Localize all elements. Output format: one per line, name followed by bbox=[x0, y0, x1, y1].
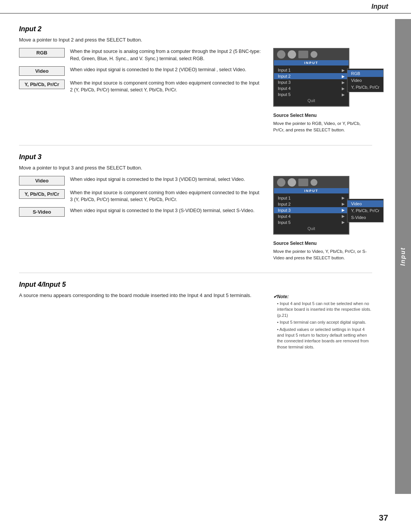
section-input45: Input 4/Input 5 A source menu appears co… bbox=[19, 281, 372, 351]
menu-image-input3: INPUT Input 1▶ Input 2▶ Input 3▶ bbox=[273, 176, 349, 235]
page-number: 37 bbox=[379, 513, 388, 523]
menu-item-3-input1: Input 1▶ bbox=[274, 195, 349, 201]
menu-icon-3c bbox=[311, 179, 317, 186]
menu-item-3-input3: Input 3▶ bbox=[274, 207, 349, 213]
menu-item-input5-2: Input 5▶ bbox=[274, 91, 349, 97]
section-input45-title: Input 4/Input 5 bbox=[19, 281, 372, 289]
menu-item-input4: Input 4▶ bbox=[274, 85, 349, 91]
menu-quit-input3: Quit bbox=[274, 225, 349, 232]
source-select-desc-2: Move the pointer to RGB, Video, or Y, Pb… bbox=[273, 120, 372, 134]
divider-2 bbox=[19, 273, 372, 273]
section-input2-options: RGB When the input source is analog comi… bbox=[19, 48, 262, 134]
menu-icon-3a bbox=[277, 178, 285, 187]
sidebar-label: Input bbox=[400, 247, 406, 266]
menu-icon-tv3 bbox=[298, 179, 308, 186]
menu-item-3-input5: Input 5▶ bbox=[274, 219, 349, 225]
section-input45-left: A source menu appears corresponding to t… bbox=[19, 292, 262, 351]
menu-item-input2: Input 2▶ bbox=[274, 73, 349, 79]
source-select-label-3: Source Select Menu bbox=[273, 241, 372, 246]
menu-quit-input2: Quit bbox=[274, 97, 349, 104]
menu-icon-3 bbox=[311, 51, 317, 58]
section-input45-right: ✔Note: Input 4 and Input 5 can not be se… bbox=[273, 292, 372, 351]
option-desc-ypbcr2: When the input source is component comin… bbox=[65, 80, 262, 94]
option-desc-ypbcr3: When the input source is component comin… bbox=[65, 189, 262, 204]
option-desc-video2: When video input signal is connected to … bbox=[65, 66, 246, 73]
section-input2-title: Input 2 bbox=[19, 25, 372, 33]
note-item-3: Adjusted values or selected settings in … bbox=[277, 327, 372, 350]
option-label-ypbcr3: Y, Pb/Cb, Pr/Cr bbox=[19, 189, 65, 199]
section-input45-body: A source menu appears corresponding to t… bbox=[19, 292, 372, 351]
note-item-1: Input 4 and Input 5 can not be selected … bbox=[277, 301, 372, 318]
option-row-video2: Video When video input signal is connect… bbox=[19, 66, 262, 76]
option-desc-video3: When video input signal is connected to … bbox=[65, 176, 245, 183]
section-input3-options: Video When video input signal is connect… bbox=[19, 176, 262, 262]
section-input2-body: RGB When the input source is analog comi… bbox=[19, 48, 372, 134]
menu-icon-2 bbox=[288, 50, 296, 59]
option-label-ypbcr2: Y, Pb/Cb, Pr/Cr bbox=[19, 80, 65, 89]
menu-items-input2: Input 1▶ Input 2▶ Input 3▶ Input 4▶ bbox=[274, 66, 349, 106]
menu-top-bar-input2 bbox=[274, 49, 349, 60]
option-label-video2: Video bbox=[19, 66, 65, 76]
menu-icons-input2 bbox=[277, 50, 317, 59]
menu-item-3-input4: Input 4▶ bbox=[274, 213, 349, 219]
section-input3: Input 3 Move a pointer to Input 3 and pr… bbox=[19, 153, 372, 262]
menu-item-3-input2: Input 2▶ bbox=[274, 201, 349, 207]
menu-icons-input3 bbox=[277, 178, 317, 187]
option-row-svideo3: S-Video When video input signal is conne… bbox=[19, 207, 262, 217]
section-input2: Input 2 Move a pointer to Input 2 and pr… bbox=[19, 25, 372, 134]
section-input3-intro: Move a pointer to Input 3 and press the … bbox=[19, 165, 372, 171]
top-header: Input bbox=[0, 0, 411, 14]
source-select-desc-3: Move the pointer to Video, Y, Pb/Cb, Pr/… bbox=[273, 248, 372, 262]
menu-image-input2: INPUT Input 1▶ Input 2▶ Input 3▶ bbox=[273, 48, 349, 107]
main-content: Input 2 Move a pointer to Input 2 and pr… bbox=[0, 14, 395, 374]
option-row-rgb: RGB When the input source is analog comi… bbox=[19, 48, 262, 62]
option-row-ypbcr3: Y, Pb/Cb, Pr/Cr When the input source is… bbox=[19, 189, 262, 204]
right-sidebar-tab: Input bbox=[395, 19, 411, 494]
section-input3-body: Video When video input signal is connect… bbox=[19, 176, 372, 262]
section-input2-intro: Move a pointer to Input 2 and press the … bbox=[19, 37, 372, 43]
header-title: Input bbox=[371, 3, 388, 11]
section-input2-right: INPUT Input 1▶ Input 2▶ Input 3▶ bbox=[273, 48, 372, 134]
menu-screenshot-input2: INPUT Input 1▶ Input 2▶ Input 3▶ bbox=[273, 48, 349, 110]
option-desc-rgb: When the input source is analog coming f… bbox=[65, 48, 262, 62]
option-label-svideo3: S-Video bbox=[19, 207, 65, 217]
source-select-label-2: Source Select Menu bbox=[273, 113, 372, 118]
menu-label-input3: INPUT bbox=[274, 188, 349, 193]
menu-items-input3: Input 1▶ Input 2▶ Input 3▶ Input 4▶ bbox=[274, 193, 349, 234]
menu-item-input1: Input 1▶ bbox=[274, 67, 349, 73]
option-label-video3: Video bbox=[19, 176, 65, 185]
menu-icon-3b bbox=[288, 178, 296, 187]
section-input3-title: Input 3 bbox=[19, 153, 372, 161]
section-input3-right: INPUT Input 1▶ Input 2▶ Input 3▶ bbox=[273, 176, 372, 262]
menu-screenshot-input3: INPUT Input 1▶ Input 2▶ Input 3▶ bbox=[273, 176, 349, 238]
divider-1 bbox=[19, 145, 372, 145]
note-box: ✔Note: Input 4 and Input 5 can not be se… bbox=[273, 294, 372, 351]
option-desc-svideo3: When video input signal is connected to … bbox=[65, 207, 255, 214]
menu-icon-tv bbox=[298, 51, 308, 58]
section-input45-intro: A source menu appears corresponding to t… bbox=[19, 292, 262, 298]
option-label-rgb: RGB bbox=[19, 48, 65, 58]
menu-icon-1 bbox=[277, 50, 285, 59]
menu-label-input2: INPUT bbox=[274, 60, 349, 66]
option-row-ypbcr2: Y, Pb/Cb, Pr/Cr When the input source is… bbox=[19, 80, 262, 94]
option-row-video3: Video When video input signal is connect… bbox=[19, 176, 262, 185]
menu-top-bar-input3 bbox=[274, 177, 349, 188]
note-title: ✔Note: bbox=[273, 294, 372, 299]
menu-item-input3: Input 3▶ bbox=[274, 79, 349, 85]
note-item-2: Input 5 terminal can only accept digital… bbox=[277, 320, 372, 325]
